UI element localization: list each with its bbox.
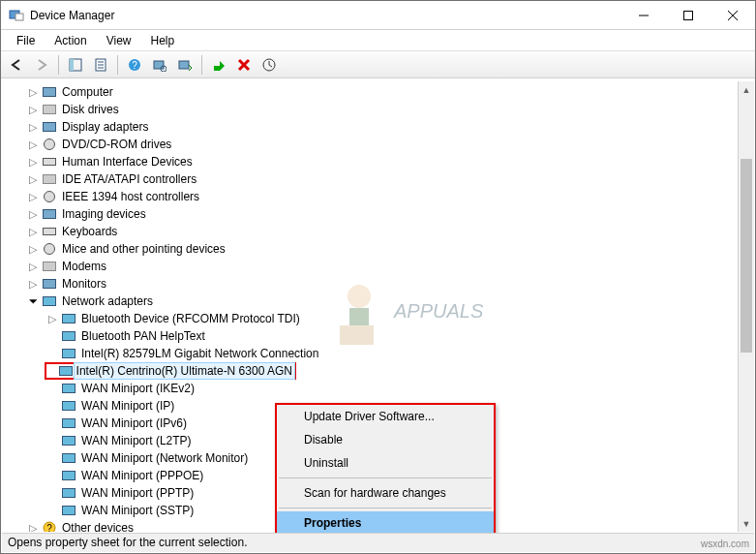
svg-rect-3 xyxy=(684,11,693,19)
tree-node-ide[interactable]: ▷IDE ATA/ATAPI controllers xyxy=(6,170,737,188)
chevron-right-icon: ▷ xyxy=(25,206,41,222)
ide-icon xyxy=(41,171,58,187)
tree-node-intel-gigabit[interactable]: Intel(R) 82579LM Gigabit Network Connect… xyxy=(6,345,737,362)
tree-label: Network adapters xyxy=(60,293,155,309)
tree-node-network-adapters[interactable]: ⏷Network adapters xyxy=(6,292,737,310)
tree-label: Bluetooth Device (RFCOMM Protocol TDI) xyxy=(79,311,302,326)
properties-button[interactable] xyxy=(89,53,112,77)
tree-node-monitors[interactable]: ▷Monitors xyxy=(6,275,737,292)
minimize-button[interactable] xyxy=(621,1,666,29)
ctx-separator xyxy=(279,477,492,478)
svg-rect-17 xyxy=(214,66,220,71)
tree-label: Disk drives xyxy=(60,102,121,117)
blank xyxy=(45,450,60,466)
tree-node-bt-rfcomm[interactable]: ▷Bluetooth Device (RFCOMM Protocol TDI) xyxy=(6,310,737,327)
scroll-down-icon[interactable]: ▼ xyxy=(739,515,754,532)
chevron-right-icon: ▷ xyxy=(25,137,41,152)
tree-label: WAN Miniport (SSTP) xyxy=(79,503,196,518)
network-icon xyxy=(60,398,77,414)
menu-view[interactable]: View xyxy=(97,32,141,49)
maximize-button[interactable] xyxy=(666,1,711,29)
tree-label: IDE ATA/ATAPI controllers xyxy=(60,171,198,187)
titlebar: Device Manager xyxy=(1,1,755,30)
scroll-thumb[interactable] xyxy=(741,159,752,353)
help-button[interactable]: ? xyxy=(123,53,146,77)
ctx-separator xyxy=(279,508,492,508)
tree-node-keyboards[interactable]: ▷Keyboards xyxy=(6,223,737,240)
tree-label: Other devices xyxy=(60,520,136,532)
chevron-right-icon: ▷ xyxy=(25,520,41,532)
back-button[interactable] xyxy=(5,53,28,77)
tree-node-dvd[interactable]: ▷DVD/CD-ROM drives xyxy=(6,136,737,153)
network-icon xyxy=(60,503,77,518)
svg-rect-1 xyxy=(15,14,23,20)
svg-text:?: ? xyxy=(46,523,52,532)
tree-node-disk-drives[interactable]: ▷Disk drives xyxy=(6,101,737,118)
tree-node-computer[interactable]: ▷Computer xyxy=(6,83,737,101)
svg-rect-7 xyxy=(70,59,74,71)
tree-node-bt-pan[interactable]: Bluetooth PAN HelpText xyxy=(6,327,737,345)
chevron-right-icon: ▷ xyxy=(25,171,41,187)
device-manager-window: Device Manager File Action View Help ? A… xyxy=(0,0,756,554)
toolbar-separator xyxy=(58,55,59,75)
tree-node-hid[interactable]: ▷Human Interface Devices xyxy=(6,153,737,170)
blank xyxy=(45,433,60,448)
modem-icon xyxy=(41,259,58,274)
tree-label: WAN Miniport (PPPOE) xyxy=(79,468,205,483)
ctx-disable[interactable]: Disable xyxy=(277,428,494,451)
tree-node-wan-ikev2[interactable]: WAN Miniport (IKEv2) xyxy=(6,380,737,397)
toolbar: ? xyxy=(1,51,755,78)
network-icon xyxy=(60,311,77,326)
chevron-right-icon: ▷ xyxy=(25,241,41,257)
tree-label: WAN Miniport (IP) xyxy=(79,398,176,414)
tree-label: Human Interface Devices xyxy=(60,154,195,169)
ctx-uninstall[interactable]: Uninstall xyxy=(277,451,494,475)
network-icon xyxy=(60,433,77,448)
network-icon xyxy=(60,450,77,466)
menu-action[interactable]: Action xyxy=(45,32,96,49)
tree-node-mice[interactable]: ▷Mice and other pointing devices xyxy=(6,240,737,258)
tree-node-imaging[interactable]: ▷Imaging devices xyxy=(6,205,737,223)
enable-button[interactable] xyxy=(207,53,230,77)
tree-label: WAN Miniport (Network Monitor) xyxy=(79,450,250,466)
blank xyxy=(45,416,60,431)
window-controls xyxy=(621,1,755,29)
chevron-right-icon: ▷ xyxy=(25,84,41,100)
chevron-right-icon: ▷ xyxy=(25,276,41,292)
display-icon xyxy=(41,119,58,135)
close-button[interactable] xyxy=(711,1,755,29)
tree-node-modems[interactable]: ▷Modems xyxy=(6,258,737,275)
blank xyxy=(45,346,60,361)
forward-button[interactable] xyxy=(30,53,53,77)
keyboard-icon xyxy=(41,224,58,239)
tree-label: Modems xyxy=(60,259,108,274)
network-icon xyxy=(60,468,77,483)
chevron-right-icon: ▷ xyxy=(25,259,41,274)
tree-label: Keyboards xyxy=(60,224,119,239)
update-driver-button[interactable] xyxy=(173,53,197,77)
scan-hardware-button[interactable] xyxy=(257,53,281,77)
tree-node-display-adapters[interactable]: ▷Display adapters xyxy=(6,118,737,136)
tree-label: WAN Miniport (IPv6) xyxy=(79,416,189,431)
uninstall-button[interactable] xyxy=(232,53,256,77)
svg-rect-14 xyxy=(154,61,164,69)
toolbar-separator xyxy=(117,55,118,75)
vertical-scrollbar[interactable]: ▲ ▼ xyxy=(738,81,754,532)
tree-node-centrino-selected[interactable]: Intel(R) Centrino(R) Ultimate-N 6300 AGN xyxy=(45,362,296,380)
tree-node-ieee[interactable]: ▷IEEE 1394 host controllers xyxy=(6,188,737,205)
blank xyxy=(45,485,60,501)
blank xyxy=(45,328,60,344)
blank xyxy=(45,398,60,414)
network-icon xyxy=(60,328,77,344)
menu-file[interactable]: File xyxy=(7,32,45,49)
ctx-scan[interactable]: Scan for hardware changes xyxy=(277,481,494,505)
scroll-up-icon[interactable]: ▲ xyxy=(739,81,754,98)
app-icon xyxy=(9,8,24,23)
ctx-update-driver[interactable]: Update Driver Software... xyxy=(277,405,494,428)
scan-button-icon[interactable] xyxy=(148,53,171,77)
tree-label: WAN Miniport (L2TP) xyxy=(79,433,194,448)
blank xyxy=(45,503,60,518)
show-hide-tree-button[interactable] xyxy=(64,53,87,77)
menu-help[interactable]: Help xyxy=(141,32,185,49)
ctx-properties[interactable]: Properties xyxy=(277,511,494,535)
